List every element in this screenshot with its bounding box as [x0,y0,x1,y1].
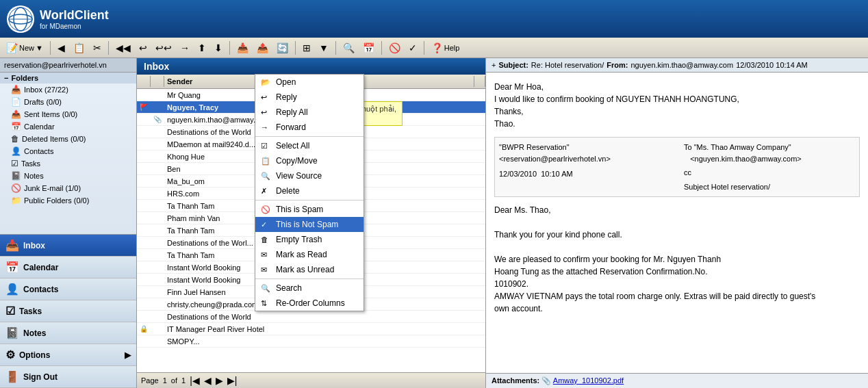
ctx-emptytrash[interactable]: 🗑 Empty Trash [255,232,363,247]
folder-item-notes[interactable]: 📓 Notes [0,170,136,182]
ctx-markread[interactable]: ✉ Mark as Read [255,247,363,262]
folder-item-public[interactable]: 📁 Public Folders (0/0) [0,194,136,207]
ctx-reorder[interactable]: ⇅ Re-Order Columns [255,296,363,311]
options-arrow-icon: ▶ [125,350,131,360]
help-button[interactable]: ❓ Help [428,40,463,55]
toolbar-down-button[interactable]: ⬇ [211,40,226,55]
nav-item-inbox[interactable]: 📥 Inbox [0,235,136,257]
ctx-viewsource-label: View Source [276,171,322,181]
email-row[interactable]: Destinations of the World [137,311,485,323]
toolbar-up-button[interactable]: ⬆ [194,40,209,55]
attachment-name[interactable]: Amway_1010902.pdf [553,376,624,385]
ctx-forward[interactable]: → Forward [255,120,363,135]
toolbar-forward-button[interactable]: → [177,40,193,55]
total-pages: 1 [181,376,186,385]
ctx-markread-label: Mark as Read [276,250,327,259]
nav-signout-icon: 🚪 [5,370,19,383]
toolbar-replyall-button[interactable]: ↩↩ [152,40,175,55]
tasks-folder-label: Tasks [21,159,40,168]
ctx-viewsource[interactable]: 🔍 View Source [255,168,363,183]
nav-item-tasks[interactable]: ☑ Tasks [0,300,136,322]
tasks-folder-icon: ☑ [11,159,18,168]
toolbar-search-button[interactable]: 🔍 [340,40,358,55]
nav-inbox-label: Inbox [23,241,45,250]
account-label: reservation@pearlriverhotel.vn [0,58,136,73]
ctx-delete[interactable]: ✗ Delete [255,183,363,198]
folders-label: Folders [11,74,38,82]
ctx-copymove-icon: 📋 [261,157,272,166]
toolbar-refresh-button[interactable]: 🔄 [273,40,292,55]
folders-collapse-icon: − [4,74,8,82]
meta-to-label: To "Ms. Thao Amway Company" [684,142,855,153]
toolbar-calendar-button[interactable]: 📅 [359,40,378,55]
nav-item-contacts[interactable]: 👤 Contacts [0,279,136,300]
sent-folder-icon: 📤 [11,109,21,119]
ctx-reply[interactable]: ↩ Reply [255,90,363,105]
nav-signout-label: Sign Out [23,372,58,382]
toolbar-reply-button[interactable]: ↩ [136,40,151,55]
ctx-reply-label: Reply [276,92,297,102]
nav-calendar-icon: 📅 [5,261,19,274]
reading-from: nguyen.kim.thao@amway.com [630,61,733,69]
ctx-replyall-icon: ↩ [261,108,272,117]
body2-line: own account. [494,302,860,315]
email-row[interactable]: 🔒 IT Manager Pearl River Hotel [137,323,485,335]
ctx-open[interactable]: 📂 Open [255,75,363,90]
ctx-search[interactable]: 🔍 Search [255,281,363,296]
folder-item-sent[interactable]: 📤 Sent Items (0/0) [0,108,136,120]
nav-item-signout[interactable]: 🚪 Sign Out [0,366,136,388]
toolbar-filter-button[interactable]: ▼ [316,40,332,55]
ctx-replyall-label: Reply All [276,107,308,117]
folders-header[interactable]: − Folders [0,73,136,83]
ctx-selectall-label: Select All [276,141,309,151]
first-page-button[interactable]: |◀ [190,375,200,386]
toolbar-copy-button[interactable]: 📋 [70,40,88,55]
last-page-button[interactable]: ▶| [227,375,238,386]
email-row[interactable]: SMOPY... [137,335,485,348]
ctx-selectall[interactable]: ☑ Select All [255,138,363,153]
folder-item-calendar[interactable]: 📅 Calendar [0,120,136,133]
email-sender-19: IT Manager Pearl River Hotel [167,325,483,333]
toolbar-back-button[interactable]: ◀ [54,40,68,55]
logo-area: WorldClient for MDaemon [7,5,109,33]
body-line: I would like to confirm booking of NGUYE… [494,93,860,105]
reading-attachments: Attachments: 📎 Amway_1010902.pdf [486,373,868,388]
public-folder-icon: 📁 [11,196,21,205]
meta-subject: Subject Hotel reservation/ [684,181,855,193]
toolbar-notspam-button[interactable]: ✓ [405,40,420,55]
folder-item-inbox[interactable]: 📥 Inbox (27/22) [0,83,136,96]
nav-item-calendar[interactable]: 📅 Calendar [0,257,136,279]
ctx-copymove[interactable]: 📋 Copy/Move [255,153,363,168]
toolbar-prev-button[interactable]: ◀◀ [112,40,134,55]
body2-line: Hoang Tung as the attached Reservation C… [494,266,860,278]
folder-item-deleted[interactable]: 🗑 Deleted Items (0/0) [0,133,136,145]
app-title: WorldClient [40,8,109,23]
toolbar-columns-button[interactable]: ⊞ [299,40,314,55]
ctx-isspam[interactable]: 🚫 This is Spam [255,202,363,217]
toolbar-outbox-button[interactable]: 📤 [253,40,272,55]
toolbar-delete-button[interactable]: ✂ [90,40,105,55]
toolbar-spam-button[interactable]: 🚫 [385,40,404,55]
email-attach-2: 📎 [153,116,167,123]
ctx-copymove-label: Copy/Move [276,156,318,166]
folder-item-tasks[interactable]: ☑ Tasks [0,157,136,170]
email-meta-block: "BWPR Reservation" <reservation@pearlriv… [494,137,860,197]
next-page-button[interactable]: ▶ [216,375,223,386]
ctx-replyall[interactable]: ↩ Reply All [255,105,363,120]
folder-item-junk[interactable]: 🚫 Junk E-mail (1/0) [0,182,136,194]
ctx-markunread[interactable]: ✉ Mark as Unread [255,262,363,277]
new-button[interactable]: 📝 New ▼ [3,40,47,55]
email-flag-19: 🔒 [140,325,153,333]
ctx-notspam[interactable]: ✓ This is Not Spam [255,217,363,232]
meta-date: 12/03/2010 10:10 AM [499,168,670,180]
nav-notes-label: Notes [23,328,46,338]
toolbar-inbox-button[interactable]: 📥 [233,40,252,55]
nav-notes-icon: 📓 [5,326,19,339]
deleted-folder-icon: 🗑 [11,134,19,144]
folder-item-contacts[interactable]: 👤 Contacts [0,145,136,157]
prev-page-button[interactable]: ◀ [204,375,212,386]
nav-item-options[interactable]: ⚙ Options ▶ [0,344,136,366]
toolbar-separator6 [381,41,382,55]
folder-item-drafts[interactable]: 📄 Drafts (0/0) [0,96,136,108]
nav-item-notes[interactable]: 📓 Notes [0,322,136,344]
